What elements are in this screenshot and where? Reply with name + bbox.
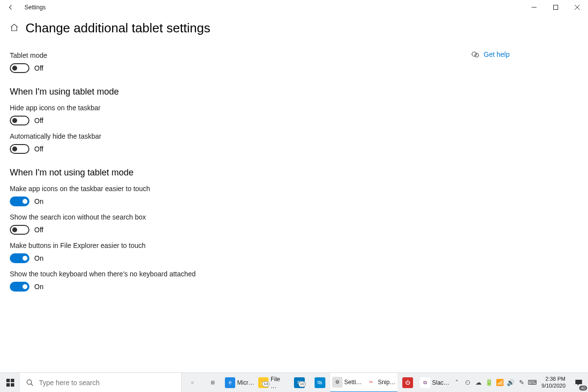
task-view-icon: ⊞	[207, 377, 218, 388]
settings-column: Tablet mode Off When I'm using tablet mo…	[10, 49, 353, 298]
touch-keyboard-toggle[interactable]	[10, 282, 29, 292]
taskbar-app-slack[interactable]: ⧉Slac…	[418, 373, 451, 392]
hide-icons-toggle[interactable]	[10, 116, 29, 125]
tray-icon-6[interactable]: ✎	[516, 373, 527, 392]
mail-icon: ✉10	[294, 377, 305, 388]
taskbar-app-settings[interactable]: ⚙Setti…	[330, 373, 364, 392]
maximize-icon	[553, 4, 559, 10]
maximize-button[interactable]	[545, 0, 566, 15]
settings-label: Setti…	[344, 379, 362, 386]
taskbar-app-task-view[interactable]: ⊞	[202, 373, 223, 392]
search-icon	[26, 379, 34, 387]
settings-icon: ⚙	[332, 377, 343, 388]
power-icon: ⏻	[402, 377, 413, 388]
search-icon-only-label: Show the search icon without the search …	[10, 213, 353, 221]
window-controls	[523, 0, 588, 15]
taskbar-app-mail[interactable]: ✉10	[289, 373, 310, 392]
svg-rect-1	[554, 5, 558, 10]
search-icon-only-toggle[interactable]	[10, 225, 29, 235]
svg-rect-5	[11, 379, 14, 382]
easier-explorer-label: Make buttons in File Explorer easier to …	[10, 242, 353, 249]
tray-icon-5[interactable]: 🔊	[505, 373, 516, 392]
touch-keyboard-state: On	[34, 283, 44, 291]
hide-taskbar-label: Automatically hide the taskbar	[10, 132, 353, 140]
taskbar-app-power[interactable]: ⏻	[397, 373, 418, 392]
page-title: Change additional tablet settings	[25, 21, 210, 36]
taskbar: ○⊞eMicr…📁14File …✉10🛍⚙Setti…✂Snip…⏻⧉Slac…	[0, 372, 588, 392]
back-arrow-icon	[7, 4, 14, 11]
taskbar-clock[interactable]: 2:38 PM 9/10/2020	[538, 376, 569, 389]
easier-explorer-toggle[interactable]	[10, 253, 29, 263]
hide-icons-label: Hide app icons on the taskbar	[10, 104, 353, 112]
svg-rect-4	[6, 379, 10, 382]
svg-line-9	[31, 384, 33, 386]
taskbar-search[interactable]	[20, 373, 182, 392]
mail-badge: 10	[298, 381, 306, 387]
hide-taskbar-state: Off	[34, 145, 43, 153]
edge-label: Micr…	[237, 379, 254, 386]
page-header: Change additional tablet settings	[0, 15, 588, 40]
easier-explorer-state: On	[34, 254, 44, 262]
slack-label: Slac…	[432, 379, 449, 386]
clock-time: 2:38 PM	[541, 376, 565, 382]
svg-point-8	[27, 380, 31, 384]
hide-icons-state: Off	[34, 117, 43, 124]
svg-point-2	[472, 52, 476, 56]
start-button[interactable]	[0, 373, 20, 392]
app-title: Settings	[22, 4, 46, 11]
minimize-button[interactable]	[523, 0, 545, 15]
easier-icons-label: Make app icons on the taskbar easier to …	[10, 185, 353, 193]
svg-rect-7	[11, 383, 14, 387]
tablet-mode-toggle[interactable]	[10, 63, 29, 73]
store-icon: 🛍	[315, 377, 325, 388]
tablet-mode-label: Tablet mode	[10, 51, 353, 59]
titlebar: Settings	[0, 0, 588, 15]
svg-rect-6	[6, 383, 10, 387]
edge-icon: e	[225, 377, 235, 388]
tray-icon-2[interactable]: ☁	[473, 373, 484, 392]
tray-icon-0[interactable]: ˄	[451, 373, 462, 392]
file-explorer-badge: 14	[262, 381, 270, 387]
file-explorer-icon: 📁14	[258, 377, 269, 388]
tray-icon-7[interactable]: ⌨	[527, 373, 538, 392]
close-icon	[574, 4, 580, 10]
svg-point-3	[475, 53, 479, 57]
easier-icons-toggle[interactable]	[10, 196, 29, 206]
taskbar-app-store[interactable]: 🛍	[310, 373, 330, 392]
get-help-link[interactable]: Get help	[484, 50, 510, 58]
home-icon	[10, 23, 19, 32]
search-input[interactable]	[39, 379, 175, 387]
easier-icons-state: On	[34, 197, 44, 205]
action-center-button[interactable]: 40	[569, 373, 588, 392]
slack-icon: ⧉	[420, 377, 430, 388]
back-button[interactable]	[0, 0, 22, 15]
taskbar-app-edge[interactable]: eMicr…	[223, 373, 256, 392]
file-explorer-label: File …	[270, 376, 287, 390]
search-icon-only-state: Off	[34, 226, 43, 234]
taskbar-app-snip[interactable]: ✂Snip…	[364, 373, 398, 392]
taskbar-app-cortana[interactable]: ○	[182, 373, 202, 392]
snip-label: Snip…	[378, 379, 395, 386]
section-using-heading: When I'm using tablet mode	[10, 87, 353, 97]
snip-icon: ✂	[366, 377, 376, 388]
minimize-icon	[531, 4, 537, 10]
windows-logo-icon	[6, 379, 14, 387]
home-button[interactable]	[10, 23, 19, 34]
action-center-badge: 40	[579, 386, 587, 391]
tray-icon-3[interactable]: 🔋	[484, 373, 494, 392]
close-button[interactable]	[566, 0, 588, 15]
taskbar-app-file-explorer[interactable]: 📁14File …	[256, 373, 289, 392]
cortana-icon: ○	[187, 377, 197, 388]
section-not-using-heading: When I'm not using tablet mode	[10, 168, 353, 178]
touch-keyboard-label: Show the touch keyboard when there's no …	[10, 270, 353, 278]
help-chat-icon	[471, 50, 480, 59]
tray-icon-1[interactable]: ⏲	[462, 373, 473, 392]
tray-icon-4[interactable]: 📶	[494, 373, 505, 392]
hide-taskbar-toggle[interactable]	[10, 144, 29, 154]
clock-date: 9/10/2020	[541, 383, 565, 389]
tablet-mode-state: Off	[34, 64, 43, 72]
